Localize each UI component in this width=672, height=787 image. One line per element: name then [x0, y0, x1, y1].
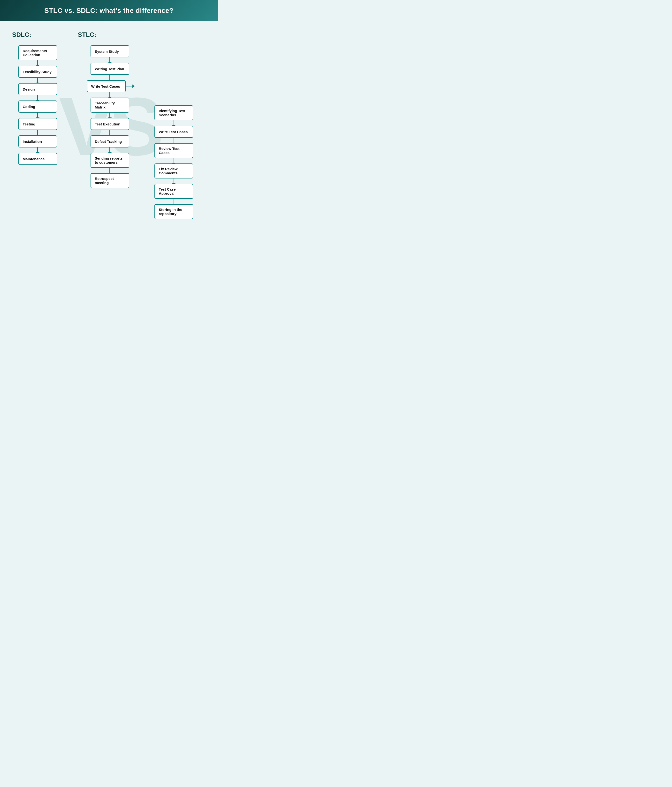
sdlc-step-requirements: Requirements Collection — [18, 45, 57, 60]
stlc-step-review-test-cases: Review Test Cases — [155, 143, 193, 158]
stlc-label: STLC: — [78, 31, 206, 38]
stlc-step-retrospect: Retrospect meeting — [90, 173, 129, 188]
stlc-right-arrow-3 — [174, 158, 174, 163]
sdlc-step-coding: Coding — [18, 101, 57, 112]
stlc-arrow-3 — [109, 92, 110, 98]
stlc-step-traceability: Traceability Matrix — [90, 98, 129, 112]
stlc-arrow-1 — [109, 57, 110, 63]
sdlc-step-maintenance: Maintenance — [18, 153, 57, 165]
stlc-step-system-study: System Study — [90, 45, 129, 57]
sdlc-arrow-5 — [37, 130, 38, 135]
stlc-column: STLC: System Study Writing Test Plan Wri… — [78, 31, 206, 219]
stlc-step-write-test-cases: Write Test Cases — [87, 80, 126, 92]
stlc-flow-wrapper: System Study Writing Test Plan Write Tes… — [78, 45, 206, 219]
stlc-step-defect-tracking: Defect Tracking — [90, 135, 129, 147]
stlc-arrow-5 — [109, 130, 110, 135]
stlc-right-arrow-2 — [174, 138, 174, 143]
stlc-right-arrow-1 — [174, 120, 174, 126]
content-area: VS SDLC: Requirements Collection Feasibi… — [0, 21, 218, 231]
stlc-left-flow: System Study Writing Test Plan Write Tes… — [78, 45, 142, 188]
sdlc-step-installation: Installation — [18, 135, 57, 147]
stlc-arrow-2 — [109, 75, 110, 80]
header: STLC vs. SDLC: what's the difference? — [0, 0, 218, 21]
stlc-step-write-test-cases-2: Write Test Cases — [155, 126, 193, 138]
stlc-right-arrow-4 — [174, 179, 174, 184]
stlc-arrow-6 — [109, 147, 110, 153]
sdlc-arrow-3 — [37, 95, 38, 101]
stlc-step-test-case-approval: Test Case Approval — [155, 184, 193, 199]
stlc-right-arrow-5 — [174, 199, 174, 204]
sdlc-step-design: Design — [18, 83, 57, 95]
sdlc-arrow-2 — [37, 78, 38, 83]
main-columns: SDLC: Requirements Collection Feasibilit… — [12, 31, 206, 219]
sdlc-flow: Requirements Collection Feasibility Stud… — [12, 45, 63, 165]
sdlc-step-feasibility: Feasibility Study — [18, 66, 57, 78]
sdlc-arrow-6 — [37, 147, 38, 153]
sdlc-arrow-1 — [37, 60, 38, 66]
sdlc-step-testing: Testing — [18, 118, 57, 130]
stlc-step-sending-reports: Sending reports to customers — [90, 153, 129, 168]
stlc-arrow-7 — [109, 168, 110, 173]
sdlc-label: SDLC: — [12, 31, 63, 38]
stlc-step-writing-test-plan: Writing Test Plan — [90, 63, 129, 75]
stlc-h-arrow — [126, 86, 133, 87]
stlc-step-storing-repository: Storing in the repository — [155, 204, 193, 219]
stlc-step-identifying-scenarios: Identifying Test Scenarios — [155, 105, 193, 120]
stlc-write-cases-row: Write Test Cases — [87, 80, 133, 92]
stlc-right-flow: Identifying Test Scenarios Write Test Ca… — [142, 105, 206, 219]
stlc-arrow-4 — [109, 112, 110, 118]
sdlc-column: SDLC: Requirements Collection Feasibilit… — [12, 31, 63, 219]
stlc-step-fix-review-comments: Fix Review Comments — [155, 163, 193, 179]
page-title: STLC vs. SDLC: what's the difference? — [5, 7, 213, 14]
stlc-step-test-execution: Test Execution — [90, 118, 129, 130]
sdlc-arrow-4 — [37, 112, 38, 118]
